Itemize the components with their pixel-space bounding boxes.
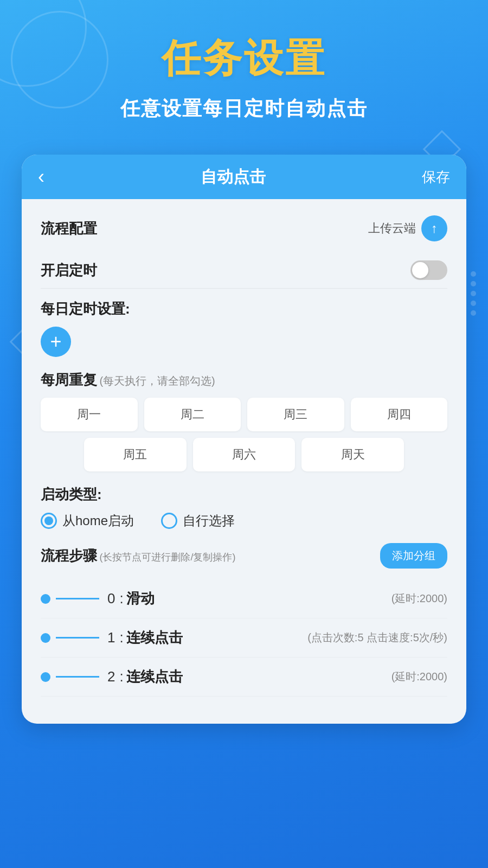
step-dot-0 <box>41 594 50 604</box>
week-grid-row1: 周一 周二 周三 周四 <box>41 398 447 431</box>
radio-custom-circle <box>161 513 177 529</box>
step-detail-1: (点击次数:5 点击速度:5次/秒) <box>307 630 447 645</box>
plus-icon: + <box>50 330 61 353</box>
page-sub-title: 任意设置每日定时自动点击 <box>11 95 477 122</box>
step-index-0: 0 <box>107 590 115 607</box>
step-colon-2: : <box>119 668 123 685</box>
launch-option-home[interactable]: 从home启动 <box>41 512 134 529</box>
upload-text: 上传云端 <box>368 220 416 237</box>
day-saturday[interactable]: 周六 <box>193 438 296 471</box>
timer-toggle-row: 开启定时 <box>41 252 447 289</box>
radio-home-label: 从home启动 <box>62 512 134 529</box>
steps-title-area: 流程步骤 (长按节点可进行删除/复制操作) <box>41 546 235 565</box>
step-dot-1 <box>41 633 50 643</box>
launch-type-section: 启动类型: 从home启动 自行选择 <box>41 485 447 529</box>
day-friday[interactable]: 周五 <box>84 438 187 471</box>
week-grid-row2: 周五 周六 周天 <box>41 438 447 471</box>
add-group-button[interactable]: 添加分组 <box>380 543 447 569</box>
day-thursday[interactable]: 周四 <box>351 398 448 431</box>
card-header: ‹ 自动点击 保存 <box>22 155 466 199</box>
step-name-1: 连续点击 <box>126 628 308 647</box>
day-wednesday[interactable]: 周三 <box>247 398 344 431</box>
step-index-1: 1 <box>107 629 115 646</box>
step-index-2: 2 <box>107 668 115 685</box>
day-sunday[interactable]: 周天 <box>301 438 404 471</box>
step-line-1 <box>56 637 99 639</box>
step-dot-2 <box>41 672 50 682</box>
launch-option-custom[interactable]: 自行选择 <box>161 512 235 529</box>
step-colon-1: : <box>119 629 123 646</box>
card-body: 流程配置 上传云端 ↑ 开启定时 每日定时设置: + 每周重复 (每天执行， <box>22 199 466 724</box>
radio-home-circle <box>41 513 57 529</box>
step-item-0: 0 : 滑动 (延时:2000) <box>41 579 447 618</box>
daily-timer-section: 每日定时设置: + <box>41 299 447 357</box>
steps-subtitle: (长按节点可进行删除/复制操作) <box>99 552 235 563</box>
day-tuesday[interactable]: 周二 <box>144 398 241 431</box>
step-line-0 <box>56 598 99 599</box>
launch-title: 启动类型: <box>41 485 447 504</box>
card-title: 自动点击 <box>201 166 266 188</box>
day-monday[interactable]: 周一 <box>41 398 138 431</box>
add-timer-button[interactable]: + <box>41 327 71 357</box>
steps-title: 流程步骤 <box>41 547 97 564</box>
weekly-subtitle: (每天执行，请全部勾选) <box>99 375 215 387</box>
steps-section: 流程步骤 (长按节点可进行删除/复制操作) 添加分组 0 : 滑动 (延时:20… <box>41 543 447 697</box>
steps-header: 流程步骤 (长按节点可进行删除/复制操作) 添加分组 <box>41 543 447 569</box>
step-colon-0: : <box>119 590 123 607</box>
timer-label: 开启定时 <box>41 261 97 280</box>
weekly-title: 每周重复 <box>41 372 97 388</box>
step-detail-0: (延时:2000) <box>391 591 447 606</box>
step-name-0: 滑动 <box>126 589 391 608</box>
daily-title: 每日定时设置: <box>41 299 447 318</box>
radio-custom-label: 自行选择 <box>183 512 235 529</box>
step-name-2: 连续点击 <box>126 667 391 686</box>
flow-config-row: 流程配置 上传云端 ↑ <box>41 215 447 241</box>
step-line-2 <box>56 676 99 678</box>
step-detail-2: (延时:2000) <box>391 669 447 684</box>
step-item-2: 2 : 连续点击 (延时:2000) <box>41 658 447 697</box>
weekly-title-row: 每周重复 (每天执行，请全部勾选) <box>41 371 447 390</box>
settings-card: ‹ 自动点击 保存 流程配置 上传云端 ↑ 开启定时 每日定时设置: + <box>22 155 466 724</box>
back-button[interactable]: ‹ <box>38 165 44 188</box>
weekly-section: 每周重复 (每天执行，请全部勾选) 周一 周二 周三 周四 周五 周六 周天 <box>41 371 447 471</box>
upload-icon: ↑ <box>431 221 438 236</box>
timer-toggle[interactable] <box>410 260 447 280</box>
step-item-1: 1 : 连续点击 (点击次数:5 点击速度:5次/秒) <box>41 618 447 658</box>
upload-area: 上传云端 ↑ <box>368 215 447 241</box>
launch-options: 从home启动 自行选择 <box>41 512 447 529</box>
upload-button[interactable]: ↑ <box>421 215 447 241</box>
flow-config-label: 流程配置 <box>41 219 97 238</box>
page-main-title: 任务设置 <box>11 33 477 85</box>
save-button[interactable]: 保存 <box>422 168 450 187</box>
header-area: 任务设置 任意设置每日定时自动点击 <box>0 0 488 138</box>
